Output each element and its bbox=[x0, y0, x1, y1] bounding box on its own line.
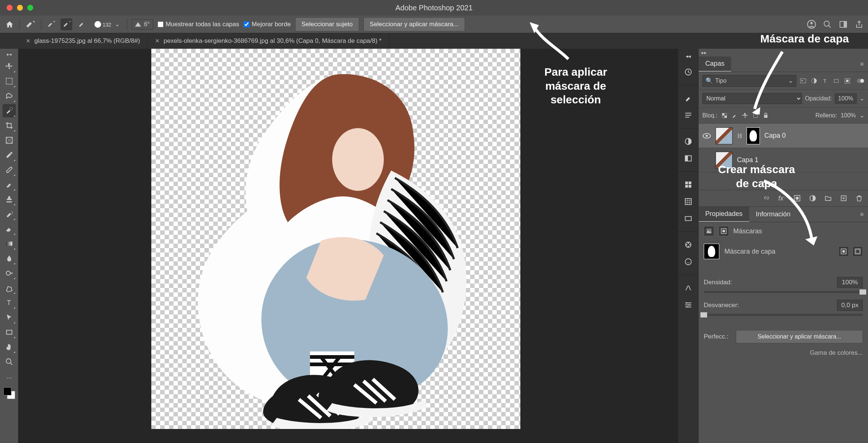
link-layers-icon[interactable] bbox=[763, 195, 770, 202]
paths-panel-icon[interactable] bbox=[684, 284, 692, 292]
info-tab[interactable]: Información bbox=[749, 207, 797, 222]
patterns-panel-icon[interactable] bbox=[684, 198, 692, 206]
canvas-area[interactable] bbox=[18, 49, 678, 443]
brush-settings-panel-icon[interactable] bbox=[684, 111, 692, 119]
libraries-panel-icon[interactable] bbox=[684, 154, 692, 162]
minimize-button[interactable] bbox=[17, 5, 23, 11]
lock-all-icon[interactable] bbox=[762, 112, 769, 119]
stamp-tool[interactable] bbox=[3, 193, 16, 206]
tool-preset[interactable] bbox=[24, 19, 37, 30]
lock-paint-icon[interactable] bbox=[731, 112, 738, 119]
shape-tool[interactable] bbox=[3, 326, 16, 339]
lock-position-icon[interactable] bbox=[742, 112, 748, 119]
filter-toggle[interactable] bbox=[857, 79, 864, 83]
layers-tab[interactable]: Capas bbox=[699, 56, 731, 72]
gradient-tool[interactable] bbox=[3, 237, 16, 250]
select-and-mask-prop-button[interactable]: Seleccionar y aplicar máscara... bbox=[736, 330, 863, 343]
search-icon[interactable] bbox=[823, 20, 832, 29]
brush-tool[interactable] bbox=[3, 178, 16, 191]
brush-angle[interactable]: 6° bbox=[132, 19, 153, 30]
opacity-value[interactable]: 100% bbox=[835, 93, 857, 104]
panel-menu-icon[interactable]: ≡ bbox=[856, 61, 868, 68]
opacity-dropdown-icon[interactable]: ⌄ bbox=[860, 95, 864, 102]
fill-value[interactable]: 100% bbox=[841, 112, 856, 119]
filter-image-icon[interactable] bbox=[799, 77, 807, 85]
dodge-tool[interactable] bbox=[3, 267, 16, 280]
filter-type-icon[interactable]: T bbox=[822, 77, 829, 85]
layer-row-0[interactable]: ⛓ Capa 0 bbox=[699, 124, 868, 148]
select-subject-button[interactable]: Seleccionar sujeto bbox=[295, 17, 359, 31]
history-panel-icon[interactable] bbox=[684, 68, 692, 76]
move-tool[interactable] bbox=[3, 60, 16, 73]
filter-adjust-icon[interactable] bbox=[810, 77, 818, 85]
document-tab-2[interactable]: ✕ pexels-olenka-sergienko-3686769.jpg al… bbox=[148, 33, 389, 49]
fx-icon[interactable]: fx˅ bbox=[778, 195, 785, 202]
density-value[interactable]: 100% bbox=[837, 277, 863, 288]
filter-smart-icon[interactable] bbox=[844, 77, 851, 85]
edit-toolbar[interactable]: ⋯ bbox=[6, 374, 12, 381]
type-tool[interactable]: T bbox=[3, 296, 16, 309]
lasso-tool[interactable] bbox=[3, 89, 16, 103]
path-select-tool[interactable] bbox=[3, 311, 16, 324]
history-brush-tool[interactable] bbox=[3, 207, 16, 221]
styles-panel-icon[interactable] bbox=[684, 258, 692, 266]
close-tab-icon[interactable]: ✕ bbox=[155, 38, 160, 44]
cloud-user-icon[interactable] bbox=[807, 20, 816, 29]
layer-mask-thumb[interactable] bbox=[747, 127, 760, 144]
select-and-mask-button[interactable]: Seleccionar y aplicar máscara... bbox=[364, 17, 465, 31]
close-tab-icon[interactable]: ✕ bbox=[26, 38, 31, 44]
brush-sub[interactable]: − bbox=[61, 18, 72, 30]
collapse-panels[interactable]: ▸▸ bbox=[699, 49, 868, 56]
blur-tool[interactable] bbox=[3, 252, 16, 265]
adjustment-layer-icon[interactable] bbox=[809, 195, 816, 202]
brushes-panel-icon[interactable] bbox=[684, 94, 692, 102]
quick-selection-tool[interactable] bbox=[3, 104, 16, 117]
marquee-tool[interactable] bbox=[3, 75, 16, 88]
share-icon[interactable] bbox=[855, 20, 864, 29]
maximize-button[interactable] bbox=[27, 5, 33, 11]
document-tab-1[interactable]: ✕ glass-1975235.jpg al 66,7% (RGB/8#) bbox=[18, 33, 148, 49]
mask-preview[interactable] bbox=[704, 244, 719, 259]
filter-shape-icon[interactable] bbox=[833, 77, 840, 85]
pixel-mask-icon[interactable] bbox=[704, 226, 714, 236]
hand-tool[interactable] bbox=[3, 340, 16, 354]
eraser-tool[interactable] bbox=[3, 222, 16, 236]
feather-value[interactable]: 0,0 px bbox=[837, 300, 863, 311]
add-mask-icon[interactable] bbox=[793, 195, 801, 202]
adjustments-panel-icon[interactable] bbox=[684, 137, 692, 145]
collapse-icon[interactable]: ▸◂ bbox=[7, 52, 11, 57]
layer0-name[interactable]: Capa 0 bbox=[764, 132, 786, 140]
brush-settings[interactable] bbox=[77, 19, 87, 30]
home-button[interactable] bbox=[4, 19, 15, 30]
visibility-toggle[interactable] bbox=[702, 133, 711, 139]
workspace-icon[interactable] bbox=[838, 20, 848, 29]
frame-tool[interactable] bbox=[3, 134, 16, 147]
color-range-label[interactable]: Gama de colores... bbox=[810, 349, 863, 357]
color-panel-icon[interactable] bbox=[684, 241, 692, 249]
sample-all-layers-checkbox[interactable]: Muestrear todas las capas bbox=[158, 21, 239, 28]
group-icon[interactable] bbox=[824, 195, 832, 202]
brush-size[interactable]: 132 ⌄ bbox=[92, 21, 123, 28]
density-slider[interactable] bbox=[704, 291, 863, 293]
layer-thumb[interactable] bbox=[716, 127, 733, 144]
crop-tool[interactable] bbox=[3, 119, 16, 132]
healing-tool[interactable] bbox=[3, 163, 16, 176]
vector-mask-icon[interactable] bbox=[719, 226, 729, 236]
layer-filter-kind[interactable]: 🔍 Tipo⌄ bbox=[702, 75, 796, 87]
blend-mode-select[interactable]: Normal bbox=[702, 93, 802, 104]
fill-dropdown-icon[interactable]: ⌄ bbox=[860, 112, 864, 119]
pen-tool[interactable] bbox=[3, 281, 16, 295]
lock-transparent-icon[interactable] bbox=[721, 112, 728, 119]
brush-add[interactable]: + bbox=[46, 19, 56, 30]
lock-artboard-icon[interactable] bbox=[752, 112, 759, 119]
channels-panel-icon[interactable] bbox=[684, 301, 692, 309]
color-swatches[interactable] bbox=[3, 387, 15, 399]
close-button[interactable] bbox=[7, 5, 13, 11]
expand-icon[interactable]: ◂◂ bbox=[686, 53, 691, 59]
select-pixel-mask-icon[interactable] bbox=[838, 246, 849, 257]
trash-icon[interactable] bbox=[855, 195, 863, 202]
fg-color[interactable] bbox=[3, 387, 11, 395]
gradients-panel-icon[interactable] bbox=[684, 214, 692, 223]
add-vector-mask-icon[interactable] bbox=[852, 246, 863, 257]
zoom-tool[interactable] bbox=[3, 355, 16, 368]
